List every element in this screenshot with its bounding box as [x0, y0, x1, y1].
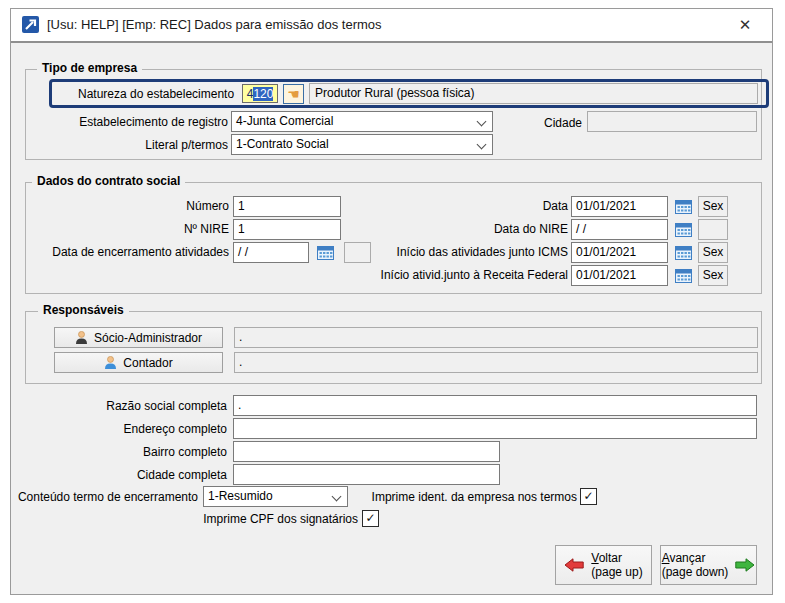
responsaveis-legend: Responsáveis: [38, 303, 129, 317]
contador-button[interactable]: Contador: [54, 352, 223, 373]
avancar-text: Avançar (page down): [662, 551, 729, 579]
pointing-hand-icon: ☚: [287, 87, 300, 101]
natureza-lookup-button[interactable]: ☚: [283, 84, 304, 104]
inicio-receita-weekday-box: Sex: [698, 265, 728, 286]
data-nire-label: Data do NIRE: [266, 219, 568, 240]
literal-termos-label: Literal p/termos: [26, 135, 228, 156]
cidade-completa-label: Cidade completa: [11, 465, 227, 486]
inicio-icms-label: Início das atividades junto ICMS: [266, 242, 568, 263]
chevron-down-icon: [477, 140, 487, 150]
data-weekday-box: Sex: [698, 196, 728, 217]
data-nire-weekday-box: [698, 219, 728, 240]
socio-administrador-field: .: [234, 327, 758, 348]
app-icon: [22, 16, 39, 33]
tipo-de-empresa-legend: Tipo de empresa: [37, 61, 142, 75]
endereco-label: Endereço completo: [11, 419, 227, 440]
imprime-ident-checkbox[interactable]: ✓: [580, 488, 597, 505]
data-input[interactable]: 01/01/2021: [571, 196, 668, 217]
calendar-icon: [674, 243, 693, 262]
voltar-text: Voltar (page up): [591, 551, 642, 579]
dialog-window: [Usu: HELP] [Emp: REC] Dados para emissã…: [10, 8, 773, 595]
estabelecimento-registro-label: Estabelecimento de registro: [26, 112, 228, 133]
nire-label: Nº NIRE: [26, 219, 229, 240]
contador-label: Contador: [123, 356, 172, 370]
natureza-code-prefix: 4: [247, 87, 254, 101]
cidade-label: Cidade: [426, 113, 582, 134]
inicio-receita-input[interactable]: 01/01/2021: [571, 265, 668, 286]
conteudo-termo-value: 1-Resumido: [208, 489, 273, 503]
natureza-description-field: Produtor Rural (pessoa física): [309, 83, 758, 104]
cidade-completa-input[interactable]: [233, 464, 500, 485]
razao-social-input[interactable]: .: [233, 395, 757, 416]
literal-termos-value: 1-Contrato Social: [236, 137, 329, 151]
natureza-label: Natureza do estabelecimento: [78, 87, 234, 101]
avancar-sublabel: (page down): [662, 565, 729, 579]
close-icon: ✕: [739, 16, 752, 34]
natureza-code-selected-text: 120: [253, 87, 273, 101]
conteudo-termo-label: Conteúdo termo de encerramento: [11, 487, 198, 508]
inicio-icms-weekday-box: Sex: [698, 242, 728, 263]
inicio-receita-calendar-button[interactable]: [674, 266, 693, 285]
voltar-button[interactable]: Voltar (page up): [555, 545, 652, 585]
green-right-arrow-icon: [735, 558, 755, 572]
bairro-input[interactable]: [233, 441, 500, 462]
contrato-social-group: Dados do contrato social Número 1 Nº NIR…: [25, 182, 762, 294]
endereco-input[interactable]: [233, 418, 757, 439]
calendar-icon: [674, 197, 693, 216]
check-icon: ✓: [365, 511, 375, 525]
razao-social-label: Razão social completa: [11, 396, 227, 417]
responsaveis-group: Responsáveis Sócio-Administrador . Conta…: [25, 311, 762, 384]
voltar-label: Voltar: [591, 551, 642, 565]
socio-administrador-button[interactable]: Sócio-Administrador: [54, 327, 223, 348]
person-blue-icon: [104, 356, 117, 370]
socio-administrador-label: Sócio-Administrador: [94, 331, 202, 345]
numero-label: Número: [26, 196, 229, 217]
screen: [Usu: HELP] [Emp: REC] Dados para emissã…: [0, 0, 785, 603]
title-bar[interactable]: [Usu: HELP] [Emp: REC] Dados para emissã…: [11, 9, 772, 43]
red-left-arrow-icon: [564, 558, 584, 572]
contador-field: .: [234, 352, 758, 373]
person-dark-icon: [75, 331, 88, 345]
inicio-receita-label: Início ativid.junto à Receita Federal: [266, 265, 568, 286]
data-nire-calendar-button[interactable]: [674, 220, 693, 239]
close-button[interactable]: ✕: [726, 11, 764, 39]
voltar-sublabel: (page up): [591, 565, 642, 579]
estabelecimento-registro-value: 4-Junta Comercial: [236, 114, 333, 128]
calendar-icon: [674, 220, 693, 239]
contrato-social-legend: Dados do contrato social: [32, 174, 185, 188]
imprime-cpf-label: Imprime CPF dos signatários: [111, 509, 358, 530]
literal-termos-select[interactable]: 1-Contrato Social: [231, 134, 493, 155]
avancar-label: Avançar: [662, 551, 729, 565]
avancar-button[interactable]: Avançar (page down): [660, 545, 757, 585]
calendar-icon: [674, 266, 693, 285]
imprime-cpf-checkbox[interactable]: ✓: [362, 510, 379, 527]
data-calendar-button[interactable]: [674, 197, 693, 216]
data-encerramento-label: Data de encerramento atividades: [26, 242, 229, 263]
window-title: [Usu: HELP] [Emp: REC] Dados para emissã…: [47, 9, 382, 41]
check-icon: ✓: [583, 489, 593, 503]
natureza-highlight-row: Natureza do estabelecimento 4120 ☚ Produ…: [49, 79, 769, 108]
inicio-icms-calendar-button[interactable]: [674, 243, 693, 262]
bairro-label: Bairro completo: [11, 442, 227, 463]
data-nire-input[interactable]: / /: [571, 219, 668, 240]
natureza-code-input[interactable]: 4120: [242, 84, 278, 103]
imprime-ident-label: Imprime ident. da empresa nos termos: [311, 487, 577, 508]
inicio-icms-input[interactable]: 01/01/2021: [571, 242, 668, 263]
cidade-field: [587, 111, 757, 132]
data-label: Data: [266, 196, 568, 217]
tipo-de-empresa-group: Tipo de empresa Natureza do estabelecime…: [25, 69, 762, 160]
